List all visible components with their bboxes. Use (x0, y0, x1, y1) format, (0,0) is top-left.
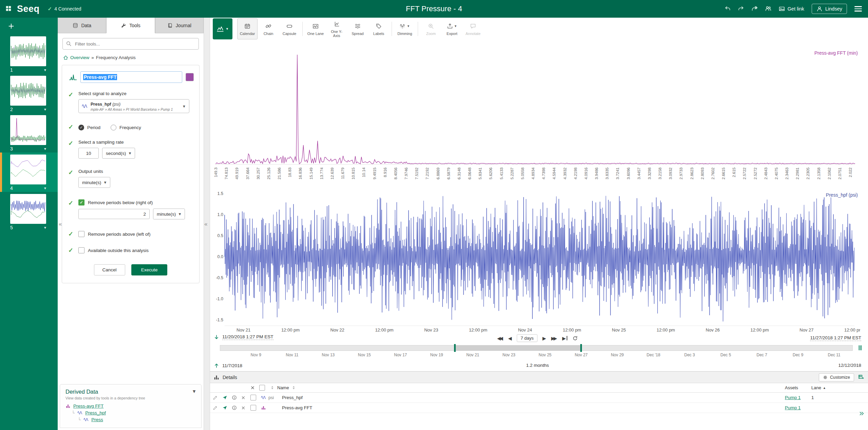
unchecked-checkbox-icon[interactable] (78, 231, 84, 237)
worksheet-menu-chevron[interactable]: ▾ (44, 146, 46, 151)
spread-button[interactable]: Spread (347, 18, 368, 39)
worksheet-item-2[interactable]: 2▾ (0, 74, 58, 113)
sampling-unit-dropdown[interactable]: second(s) ▼ (102, 148, 135, 159)
step-forward-much-button[interactable]: ▶▶ (551, 336, 557, 341)
lane-column-header[interactable]: Lane (811, 385, 821, 390)
remove-below-checkbox-row[interactable]: ✓ Remove periods below (right of) (78, 199, 194, 205)
display-range-end[interactable]: 11/27/2018 1:27 PM EST (810, 335, 861, 341)
signal-chart[interactable]: 1.51.00.50.0-0.5-1.0-1.5Nov 2112:00 pmNo… (214, 187, 860, 334)
add-column-icon[interactable] (858, 374, 864, 380)
remove-item-icon[interactable] (241, 406, 245, 410)
investigate-range-duration[interactable]: 1.2 months (526, 363, 549, 368)
name-column-header[interactable]: Name (277, 385, 289, 390)
display-range-start[interactable]: 11/20/2018 1:27 PM EST (222, 334, 273, 340)
worksheet-thumbnail[interactable] (10, 36, 46, 66)
forward-button[interactable] (752, 5, 758, 13)
worksheet-menu-chevron[interactable]: ▾ (44, 107, 46, 112)
sampling-rate-input[interactable]: 10 (78, 148, 99, 159)
worksheet-thumbnail[interactable] (10, 76, 46, 106)
timeline-right-handle[interactable] (580, 344, 582, 352)
result-name-input[interactable]: Press-avg FFT (80, 71, 182, 83)
timeline-left-handle[interactable] (454, 344, 456, 352)
worksheet-item-5[interactable]: 5▾ (0, 192, 58, 231)
filter-tools-input[interactable] (62, 38, 199, 50)
remove-item-icon[interactable] (241, 396, 245, 400)
tab-data[interactable]: Data (58, 18, 106, 33)
collapse-chevron-icon[interactable]: ▼ (192, 389, 196, 394)
range-duration-button[interactable]: 7 days (517, 334, 537, 342)
timeline-grip-icon[interactable] (857, 344, 864, 351)
step-to-end-button[interactable]: ▶ (562, 336, 567, 341)
step-forward-button[interactable]: ▶ (543, 336, 546, 341)
new-worksheet-button[interactable] (6, 22, 16, 32)
one-lane-button[interactable]: One Lane (305, 18, 326, 39)
more-columns-icon[interactable] (859, 411, 865, 416)
cancel-button[interactable]: Cancel (94, 264, 125, 275)
redo-button[interactable] (738, 5, 744, 13)
asset-link[interactable]: Pump 1 (785, 395, 801, 400)
asset-link[interactable]: Pump 1 (785, 405, 801, 410)
item-info-icon[interactable] (232, 395, 237, 400)
item-select-checkbox[interactable] (250, 395, 256, 400)
item-name[interactable]: Press_hpf (282, 395, 785, 400)
remove-below-unit-dropdown[interactable]: minute(s) ▼ (153, 209, 185, 219)
datasource-status[interactable]: ✓ 4 Connected (48, 6, 81, 12)
worksheet-menu-chevron[interactable]: ▾ (44, 186, 46, 191)
display-mode-dropdown[interactable]: ▼ (213, 18, 232, 39)
navigate-item-icon[interactable] (222, 405, 227, 410)
signal-select-dropdown[interactable]: Press_hpf (psi) mple-AF » All Areas » PI… (78, 99, 189, 113)
user-menu-button[interactable]: Lindsey (812, 4, 847, 14)
unchecked-checkbox-icon[interactable] (78, 247, 84, 253)
execute-button[interactable]: Execute (131, 264, 168, 275)
sort-icon[interactable] (291, 386, 296, 390)
collaborators-button[interactable] (765, 5, 771, 13)
labels-button[interactable]: Labels (369, 18, 389, 39)
investigate-range-end[interactable]: 12/12/2018 (838, 363, 861, 368)
edit-item-icon[interactable] (213, 395, 218, 400)
seeq-logo[interactable]: Seeq (17, 4, 40, 14)
derived-item-link[interactable]: Press-avg FFT (73, 404, 103, 409)
get-link-button[interactable]: Get link (779, 6, 804, 12)
derived-item-link[interactable]: Press (91, 417, 103, 422)
worksheet-thumbnail[interactable] (10, 115, 46, 145)
worksheet-item-1[interactable]: 1▾ (0, 34, 58, 74)
undo-button[interactable] (724, 5, 731, 13)
output-units-dropdown[interactable]: minute(s) ▼ (78, 177, 110, 188)
hamburger-menu-button[interactable] (854, 6, 862, 12)
select-all-checkbox[interactable] (259, 385, 265, 391)
tab-journal[interactable]: Journal (155, 18, 204, 33)
item-info-icon[interactable] (232, 405, 237, 410)
collapse-tools-handle[interactable]: « (204, 221, 207, 228)
worksheet-item-3[interactable]: 3▾ (0, 113, 58, 153)
collapse-rail-handle[interactable]: « (59, 221, 62, 228)
investigate-range-start[interactable]: 11/7/2018 (222, 363, 242, 368)
one-y-axis-button[interactable]: One Y-Axis (326, 18, 347, 39)
breadcrumb-overview-link[interactable]: Overview (70, 55, 89, 60)
color-swatch-button[interactable] (186, 73, 194, 81)
item-select-checkbox[interactable] (250, 405, 256, 411)
home-icon[interactable] (63, 55, 68, 60)
navigate-item-icon[interactable] (222, 395, 227, 400)
export-button[interactable]: ▼ Export (442, 18, 462, 39)
fft-chart[interactable]: 149.374.81349.91937.66430.25725.12621.58… (214, 52, 860, 201)
derived-item-link[interactable]: Press_hpf (85, 410, 106, 415)
app-launcher-button[interactable] (5, 5, 12, 13)
chain-button[interactable]: Chain (258, 18, 279, 39)
timeline-selection[interactable] (455, 345, 581, 351)
capsule-button[interactable]: Capsule (279, 18, 300, 39)
frequency-radio[interactable]: Frequency (111, 125, 141, 130)
sort-icon[interactable] (270, 386, 275, 390)
worksheet-thumbnail[interactable] (10, 155, 46, 184)
worksheet-menu-chevron[interactable]: ▾ (44, 68, 46, 72)
step-back-much-button[interactable]: ◀◀ (497, 336, 503, 341)
auto-update-button[interactable] (572, 336, 578, 341)
remove-above-checkbox-row[interactable]: Remove periods above (left of) (78, 230, 194, 238)
tab-tools[interactable]: Tools (106, 18, 155, 33)
period-radio[interactable]: ✓ Period (78, 125, 100, 130)
step-back-button[interactable]: ◀ (508, 336, 512, 341)
timeline-track[interactable] (220, 345, 853, 351)
assets-column-header[interactable]: Assets (785, 385, 811, 390)
worksheet-item-4[interactable]: 4▾ (0, 153, 58, 192)
edit-item-icon[interactable] (213, 405, 218, 410)
customize-button[interactable]: Customize (819, 373, 854, 381)
